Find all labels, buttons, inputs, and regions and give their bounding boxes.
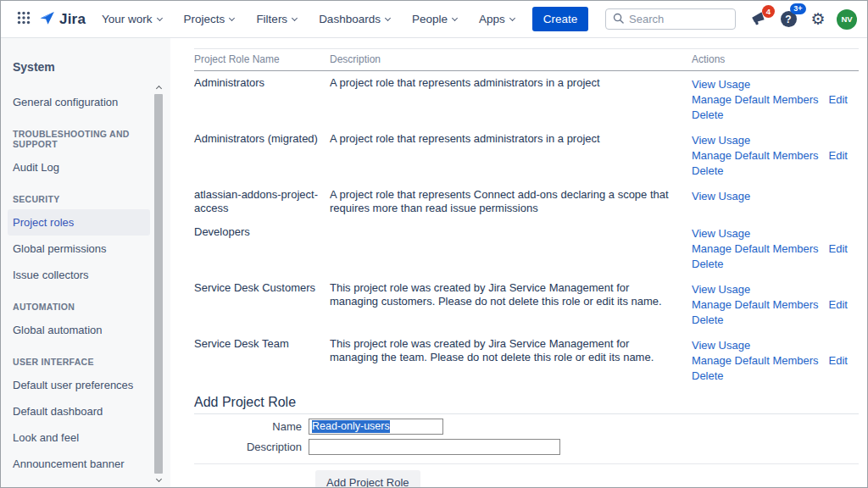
action-line: View Usage xyxy=(692,132,859,147)
help-button[interactable]: ? 3+ xyxy=(777,7,799,32)
avatar[interactable]: NV xyxy=(837,9,857,30)
role-description: This project role was created by Jira Se… xyxy=(330,281,692,327)
table-header-row: Project Role Name Description Actions xyxy=(194,49,859,71)
sidebar-section-security: SECURITY xyxy=(1,189,170,209)
nav-item-people[interactable]: People xyxy=(401,6,468,33)
role-actions: View UsageManage Default MembersEditDele… xyxy=(692,132,859,178)
nav-item-filters[interactable]: Filters xyxy=(245,6,308,33)
role-name: atlassian-addons-project-access xyxy=(194,188,330,215)
action-line: View Usage xyxy=(692,281,859,297)
action-link-manage-default-members[interactable]: Manage Default Members xyxy=(692,242,819,255)
sidebar-scrollbar[interactable] xyxy=(154,82,163,485)
sidebar-title: System xyxy=(1,38,170,74)
nav-item-label: Apps xyxy=(479,13,505,25)
nav-item-your-work[interactable]: Your work xyxy=(91,6,173,33)
sidebar-item-look-and-feel[interactable]: Look and feel xyxy=(8,424,150,451)
action-link-delete[interactable]: Delete xyxy=(692,369,724,382)
action-line: View Usage xyxy=(692,337,859,352)
divider xyxy=(194,413,859,414)
search-input[interactable] xyxy=(629,13,722,25)
action-link-delete[interactable]: Delete xyxy=(692,108,724,121)
action-link-view-usage[interactable]: View Usage xyxy=(692,339,750,352)
sidebar-item-audit-log[interactable]: Audit Log xyxy=(8,154,150,180)
jira-logo[interactable]: Jira xyxy=(38,8,86,30)
action-link-view-usage[interactable]: View Usage xyxy=(692,283,750,296)
jira-window: Jira Your workProjectsFiltersDashboardsP… xyxy=(0,0,868,488)
sidebar-section-troubleshooting-and-support: TROUBLESHOOTING AND SUPPORT xyxy=(1,124,170,154)
sidebar-section-automation: AUTOMATION xyxy=(1,297,170,317)
nav-item-label: Your work xyxy=(102,13,153,25)
action-link-view-usage[interactable]: View Usage xyxy=(692,190,750,202)
sidebar-item-default-dashboard[interactable]: Default dashboard xyxy=(8,398,150,424)
create-button[interactable]: Create xyxy=(532,7,589,31)
chevron-down-icon xyxy=(292,14,298,20)
scrollbar-up-arrow-icon[interactable] xyxy=(154,82,163,92)
nav-item-dashboards[interactable]: Dashboards xyxy=(308,6,401,33)
notifications-button[interactable]: 4 xyxy=(748,7,770,32)
chevron-down-icon xyxy=(229,14,235,20)
nav-item-projects[interactable]: Projects xyxy=(173,6,246,33)
table-row-service-desk-team: Service Desk TeamThis project role was c… xyxy=(194,332,859,388)
action-link-edit[interactable]: Edit xyxy=(829,298,848,311)
sidebar-item-issue-collectors[interactable]: Issue collectors xyxy=(8,262,150,288)
sidebar-item-global-permissions[interactable]: Global permissions xyxy=(8,236,150,262)
role-description xyxy=(330,225,692,271)
action-line: Manage Default MembersEdit xyxy=(692,297,859,312)
action-link-manage-default-members[interactable]: Manage Default Members xyxy=(692,354,819,367)
nav-right-group: 4 ? 3+ ⚙ NV xyxy=(605,7,857,32)
scrollbar-down-arrow-icon[interactable] xyxy=(154,475,163,485)
table-row-atlassian-addons-project-access: atlassian-addons-project-accessA project… xyxy=(194,183,859,220)
add-project-role-section: Add Project Role Name Read-only-users De… xyxy=(194,395,859,487)
action-link-delete[interactable]: Delete xyxy=(692,164,724,177)
sidebar-item-announcement-banner[interactable]: Announcement banner xyxy=(8,451,150,477)
action-line: View Usage xyxy=(692,188,859,203)
sidebar-item-general-configuration[interactable]: General configuration xyxy=(8,89,150,115)
action-line: Manage Default MembersEdit xyxy=(692,92,859,107)
divider xyxy=(194,463,859,464)
chevron-down-icon xyxy=(385,14,391,20)
action-link-edit[interactable]: Edit xyxy=(829,149,848,162)
role-actions: View UsageManage Default MembersEditDele… xyxy=(692,225,859,271)
action-link-delete[interactable]: Delete xyxy=(692,313,724,326)
action-link-delete[interactable]: Delete xyxy=(692,258,724,270)
table-row-administrators: AdministratorsA project role that repres… xyxy=(194,71,859,127)
action-link-manage-default-members[interactable]: Manage Default Members xyxy=(692,93,819,106)
chevron-down-icon xyxy=(452,14,458,20)
nav-item-apps[interactable]: Apps xyxy=(468,6,526,33)
table-body: AdministratorsA project role that repres… xyxy=(194,71,859,388)
description-label: Description xyxy=(194,441,309,453)
scrollbar-thumb[interactable] xyxy=(154,94,163,474)
action-link-view-usage[interactable]: View Usage xyxy=(692,78,750,91)
role-actions: View UsageManage Default MembersEditDele… xyxy=(692,337,859,383)
nav-item-label: Filters xyxy=(256,13,287,25)
column-header-description: Description xyxy=(330,53,692,65)
sidebar-item-default-user-preferences[interactable]: Default user preferences xyxy=(8,372,150,398)
search-icon xyxy=(613,12,624,27)
table-row-developers: DevelopersView UsageManage Default Membe… xyxy=(194,220,859,276)
nav-item-label: Dashboards xyxy=(319,13,381,25)
action-line: Delete xyxy=(692,163,859,178)
role-name: Administrators (migrated) xyxy=(194,132,330,178)
sidebar-item-global-automation[interactable]: Global automation xyxy=(8,317,150,343)
action-line: View Usage xyxy=(692,225,859,241)
action-link-view-usage[interactable]: View Usage xyxy=(692,227,750,240)
description-input[interactable] xyxy=(309,439,560,455)
sidebar-item-project-roles[interactable]: Project roles xyxy=(8,209,150,236)
add-project-role-title: Add Project Role xyxy=(194,395,859,410)
role-name: Service Desk Team xyxy=(194,337,330,383)
app-switcher-button[interactable] xyxy=(11,7,36,32)
chevron-down-icon xyxy=(157,14,163,20)
jira-logo-text: Jira xyxy=(59,11,86,28)
action-link-edit[interactable]: Edit xyxy=(829,93,848,106)
search-box[interactable] xyxy=(605,8,736,30)
action-link-edit[interactable]: Edit xyxy=(829,354,848,367)
add-project-role-button[interactable]: Add Project Role xyxy=(315,470,420,487)
action-link-edit[interactable]: Edit xyxy=(829,242,848,255)
chevron-down-icon xyxy=(509,14,515,20)
grid-icon xyxy=(17,11,31,28)
action-link-manage-default-members[interactable]: Manage Default Members xyxy=(692,149,819,162)
action-link-view-usage[interactable]: View Usage xyxy=(692,134,750,147)
settings-button[interactable]: ⚙ xyxy=(807,7,829,32)
action-link-manage-default-members[interactable]: Manage Default Members xyxy=(692,298,819,311)
name-input[interactable]: Read-only-users xyxy=(309,419,443,435)
